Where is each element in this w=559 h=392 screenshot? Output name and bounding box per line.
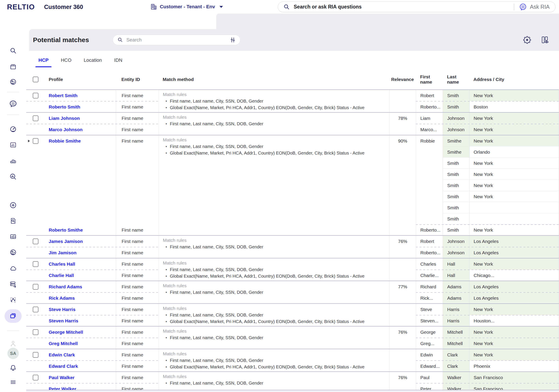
profile-link[interactable]: Roberto Smith bbox=[49, 104, 80, 109]
report-panel-icon[interactable] bbox=[8, 139, 19, 150]
first-name-value: Marco... bbox=[416, 124, 443, 135]
entity-tabs: HCP HCO Location IDN bbox=[26, 51, 559, 69]
row-divider-dashed bbox=[416, 101, 559, 101]
data-pipeline-icon[interactable] bbox=[8, 279, 19, 290]
search-insights-icon[interactable] bbox=[8, 171, 19, 182]
row-checkbox[interactable] bbox=[33, 238, 38, 244]
profile-link[interactable]: Robert Smith bbox=[49, 93, 77, 98]
column-visibility-icon[interactable] bbox=[541, 36, 550, 44]
row-checkbox[interactable] bbox=[33, 138, 38, 144]
entity-id-value: First name bbox=[116, 281, 159, 292]
tab-idn[interactable]: IDN bbox=[108, 51, 129, 69]
global-search-input[interactable] bbox=[293, 4, 512, 10]
entity-id-value: First name bbox=[116, 372, 159, 383]
lineage-graph-icon[interactable] bbox=[8, 294, 19, 305]
relevance-value bbox=[389, 90, 416, 112]
dashboard-gauge-icon[interactable] bbox=[8, 124, 19, 135]
data-box-icon[interactable] bbox=[8, 61, 19, 72]
table-search-input[interactable] bbox=[126, 37, 229, 43]
search-icon[interactable] bbox=[8, 46, 19, 56]
match-rules-label: Match rules bbox=[163, 351, 384, 357]
row-checkbox[interactable] bbox=[33, 116, 38, 121]
profile-link[interactable]: Edwin Clark bbox=[49, 352, 75, 357]
column-header-entity-id[interactable]: Entity ID bbox=[116, 69, 159, 90]
address-city-value: Phoenix bbox=[470, 361, 559, 372]
match-rule-item: First name, Last name, City, SSN, DOB, G… bbox=[163, 266, 384, 273]
select-all-checkbox[interactable] bbox=[33, 77, 38, 82]
search-document-icon[interactable] bbox=[8, 215, 19, 226]
expand-arrow-icon[interactable] bbox=[28, 140, 30, 142]
match-rule-item: First name, Last name, City, SSN, DOB, G… bbox=[163, 334, 384, 341]
row-checkbox[interactable] bbox=[33, 307, 38, 312]
column-header-address-city[interactable]: Address / City bbox=[469, 69, 559, 90]
column-header-profile[interactable]: Profile bbox=[47, 69, 116, 90]
match-group-row: Robbie SmitheRoberto SmitheFirst nameFir… bbox=[26, 135, 559, 235]
first-name-value: Roberto... bbox=[416, 101, 443, 112]
profile-link[interactable]: James Jamison bbox=[49, 239, 83, 244]
column-header-last-name[interactable]: Last name bbox=[443, 69, 469, 90]
profile-link[interactable]: George Mitchell bbox=[49, 329, 83, 335]
match-rule-item: Global Exact(Name, Market, Pri HCA, Addr… bbox=[163, 273, 384, 279]
entity-id-value: First name bbox=[116, 101, 159, 112]
last-name-value: Smith bbox=[443, 169, 469, 180]
bar-chart-icon[interactable] bbox=[8, 155, 19, 166]
bell-icon[interactable] bbox=[8, 362, 19, 373]
row-checkbox[interactable] bbox=[33, 375, 38, 380]
ask-ria-button[interactable]: Ask RIA bbox=[519, 3, 555, 11]
row-checkbox[interactable] bbox=[33, 261, 38, 267]
relevance-value: 90% bbox=[389, 135, 416, 235]
address-city-value: New York bbox=[470, 327, 559, 338]
entity-id-value: First name bbox=[116, 304, 159, 315]
match-rules-label: Match rules bbox=[163, 114, 384, 120]
profile-link[interactable]: Charlie Hall bbox=[49, 273, 74, 278]
column-header-relevance[interactable]: Relevance bbox=[389, 69, 416, 90]
tenant-selector[interactable]: Customer - Tenant - Env bbox=[150, 2, 223, 11]
profile-face-icon[interactable] bbox=[8, 76, 19, 87]
ria-assistant-icon[interactable] bbox=[8, 99, 19, 109]
row-checkbox[interactable] bbox=[33, 93, 38, 99]
avatar-sa[interactable]: SA bbox=[7, 348, 19, 359]
column-header-first-name[interactable]: First name bbox=[416, 69, 443, 90]
inbox-check-icon[interactable] bbox=[8, 231, 19, 242]
profile-link[interactable]: Richard Adams bbox=[49, 284, 82, 289]
divider bbox=[7, 92, 19, 92]
profile-link[interactable]: Steven Harris bbox=[49, 318, 78, 323]
settings-gear-icon[interactable] bbox=[523, 36, 531, 44]
relevance-value bbox=[389, 258, 416, 281]
profile-link[interactable]: Jim Jamison bbox=[49, 250, 76, 255]
row-divider-dashed bbox=[416, 247, 559, 247]
row-checkbox[interactable] bbox=[33, 352, 38, 358]
profile-link[interactable]: Steve Harris bbox=[49, 307, 75, 312]
tab-location[interactable]: Location bbox=[77, 51, 108, 69]
tab-hcp[interactable]: HCP bbox=[32, 51, 55, 69]
profile-link[interactable]: Edward Clark bbox=[49, 364, 78, 369]
profile-link[interactable]: Charles Hall bbox=[49, 262, 75, 266]
hierarchy-person-icon[interactable] bbox=[8, 338, 19, 349]
profile-link[interactable]: Paul Walker bbox=[49, 375, 75, 380]
apps-grid-icon[interactable] bbox=[8, 377, 19, 388]
profile-link[interactable]: Peter Walker bbox=[49, 386, 76, 390]
row-divider-dashed bbox=[26, 360, 159, 361]
table-search-bar[interactable] bbox=[113, 35, 240, 45]
column-header-match-method[interactable]: Match method bbox=[159, 69, 389, 90]
address-city-value: New York bbox=[470, 158, 559, 169]
divider bbox=[514, 3, 514, 10]
profile-link[interactable]: Liam Johnson bbox=[49, 116, 80, 121]
potential-matches-icon[interactable] bbox=[8, 310, 19, 321]
profile-link[interactable]: Robbie Smithe bbox=[49, 138, 81, 143]
profile-link[interactable]: Greg Mitchell bbox=[49, 341, 78, 346]
profiles-face-icon[interactable] bbox=[8, 247, 19, 258]
global-search-bar[interactable]: Ask RIA bbox=[278, 1, 556, 12]
profile-link[interactable]: Rick Adams bbox=[49, 296, 75, 301]
row-checkbox[interactable] bbox=[33, 329, 38, 335]
profile-link[interactable]: Roberto Smithe bbox=[49, 228, 83, 232]
filter-sliders-icon[interactable] bbox=[229, 36, 236, 44]
profile-link[interactable]: Marco Johnson bbox=[49, 127, 83, 132]
first-name-value: Rick... bbox=[416, 292, 443, 303]
match-groups: Robert SmithRoberto SmithFirst nameFirst… bbox=[26, 90, 559, 390]
last-name-value: Smith bbox=[443, 90, 469, 101]
add-circle-icon[interactable] bbox=[8, 200, 19, 211]
tab-hco[interactable]: HCO bbox=[55, 51, 77, 69]
cloud-icon[interactable] bbox=[8, 263, 19, 274]
row-checkbox[interactable] bbox=[33, 284, 38, 290]
